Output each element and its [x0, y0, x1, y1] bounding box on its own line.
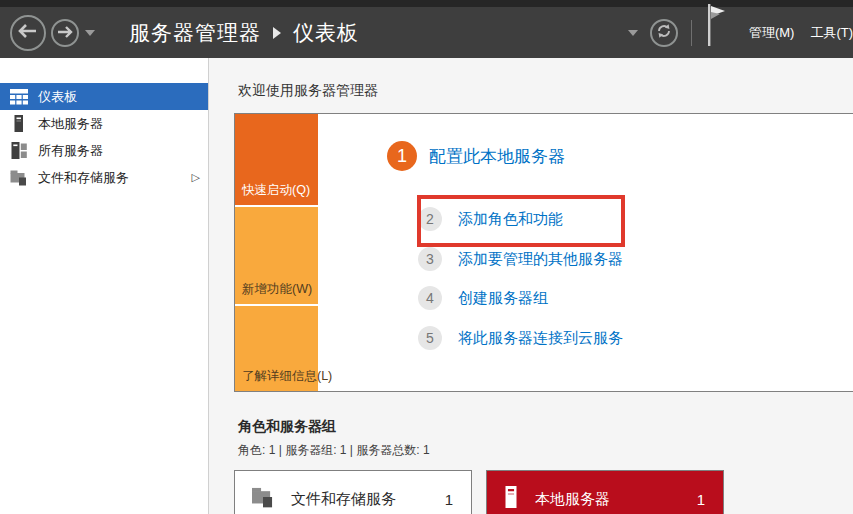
sidebar-item-label: 本地服务器 [38, 115, 103, 133]
learn-more-tab[interactable]: 了解详细信息(L) [235, 306, 318, 391]
menu-manage[interactable]: 管理(M) [749, 24, 795, 42]
step-create-server-group[interactable]: 4 创建服务器组 [418, 286, 548, 310]
tile-count: 1 [697, 491, 713, 508]
step-connect-cloud-services[interactable]: 5 将此服务器连接到云服务 [418, 326, 623, 350]
welcome-tile-panel: 快速启动(Q) 新增功能(W) 了解详细信息(L) 1 配置此本地服务器 2 添… [234, 113, 853, 392]
dashboard-icon [9, 89, 29, 105]
add-other-servers-link[interactable]: 添加要管理的其他服务器 [458, 250, 623, 269]
tile-local-server[interactable]: 本地服务器 1 [486, 470, 724, 514]
local-server-icon [9, 115, 29, 132]
arrow-right-icon [57, 24, 73, 42]
file-storage-icon [251, 486, 275, 512]
quick-start-tab[interactable]: 快速启动(Q) [235, 114, 318, 205]
sidebar: 仪表板 本地服务器 所有服务器 [0, 58, 209, 514]
back-button[interactable] [10, 15, 46, 51]
create-server-group-link[interactable]: 创建服务器组 [458, 289, 548, 308]
all-servers-icon [9, 142, 29, 159]
toolbar-divider [691, 20, 692, 46]
notifications-dropdown-icon[interactable] [628, 30, 638, 36]
connect-cloud-services-link[interactable]: 将此服务器连接到云服务 [458, 329, 623, 348]
breadcrumb: 仪表板 [293, 19, 359, 47]
nav-history-dropdown-icon[interactable] [85, 30, 95, 36]
refresh-icon [656, 23, 672, 43]
tile-label: 文件和存储服务 [291, 490, 396, 509]
forward-button[interactable] [51, 19, 79, 47]
sidebar-item-file-storage-services[interactable]: 文件和存储服务 ▷ [0, 164, 208, 191]
configure-local-server-link[interactable]: 配置此本地服务器 [429, 145, 565, 168]
step-number-badge: 1 [387, 141, 417, 171]
step-configure-local-server[interactable]: 1 配置此本地服务器 [387, 141, 565, 171]
app-title: 服务器管理器 [129, 19, 261, 47]
tile-count: 1 [445, 491, 461, 508]
title-bar: 服务器管理器 仪表板 [0, 0, 853, 58]
sidebar-item-dashboard[interactable]: 仪表板 [0, 83, 208, 110]
add-roles-features-link[interactable]: 添加角色和功能 [458, 210, 563, 229]
expand-arrow-icon[interactable]: ▷ [192, 171, 200, 184]
arrow-left-icon [18, 24, 38, 42]
tile-label: 本地服务器 [535, 490, 610, 509]
tile-file-storage-services[interactable]: 文件和存储服务 1 [234, 470, 472, 514]
quick-start-label: 快速启动(Q) [242, 182, 310, 199]
file-storage-icon [9, 169, 29, 186]
quick-start-column: 快速启动(Q) 新增功能(W) 了解详细信息(L) [235, 114, 318, 391]
role-tiles-row: 文件和存储服务 1 本地服务器 1 [234, 470, 853, 514]
step-add-roles-features[interactable]: 2 添加角色和功能 [418, 207, 563, 231]
sidebar-item-local-server[interactable]: 本地服务器 [0, 110, 208, 137]
roles-section-heading: 角色和服务器组 [238, 418, 853, 436]
step-number-badge: 2 [418, 207, 442, 231]
step-add-other-servers[interactable]: 3 添加要管理的其他服务器 [418, 247, 623, 271]
menu-tools[interactable]: 工具(T) [810, 24, 853, 42]
roles-stats-line: 角色: 1 | 服务器组: 1 | 服务器总数: 1 [238, 442, 853, 459]
notification-flag-icon[interactable] [705, 2, 727, 52]
sidebar-item-label: 文件和存储服务 [38, 169, 129, 187]
sidebar-item-label: 所有服务器 [38, 142, 103, 160]
main-content: 欢迎使用服务器管理器 快速启动(Q) 新增功能(W) 了解详细信息(L) 1 配… [210, 58, 853, 514]
learn-more-label: 了解详细信息(L) [242, 368, 332, 385]
welcome-heading: 欢迎使用服务器管理器 [238, 82, 853, 100]
step-number-badge: 5 [418, 326, 442, 350]
whats-new-label: 新增功能(W) [242, 281, 312, 298]
whats-new-tab[interactable]: 新增功能(W) [235, 207, 318, 303]
refresh-button[interactable] [650, 19, 678, 47]
sidebar-item-label: 仪表板 [38, 88, 77, 106]
local-server-icon [503, 486, 519, 512]
step-number-badge: 4 [418, 286, 442, 310]
breadcrumb-separator-icon [273, 27, 281, 39]
step-number-badge: 3 [418, 247, 442, 271]
sidebar-item-all-servers[interactable]: 所有服务器 [0, 137, 208, 164]
